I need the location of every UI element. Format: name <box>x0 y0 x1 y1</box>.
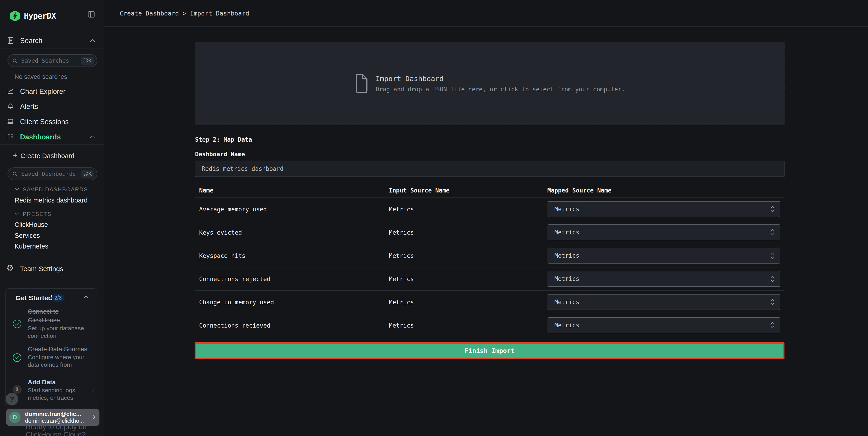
check-circle-icon <box>12 353 22 363</box>
step-title: Connect to ClickHouse <box>28 307 87 325</box>
search-icon <box>12 58 18 64</box>
mapped-source-select[interactable]: Metrics <box>548 294 780 310</box>
row-name: Connections recieved <box>199 322 270 329</box>
help-button[interactable]: ? <box>6 393 18 405</box>
saved-searches-placeholder: Saved Searches <box>21 57 81 64</box>
select-value: Metrics <box>554 229 770 236</box>
create-dashboard-button[interactable]: Create Dashboard <box>21 152 74 160</box>
select-value: Metrics <box>554 252 770 259</box>
hyperdx-logo-icon <box>9 10 21 23</box>
no-saved-searches-note: No saved searches <box>14 74 67 80</box>
get-started-step-sources[interactable]: Create Data Sources Configure where your… <box>28 345 90 369</box>
chevron-right-icon <box>92 414 96 421</box>
select-caret-icon <box>770 275 775 283</box>
file-icon <box>354 74 368 93</box>
finish-import-button[interactable]: Finish Import <box>194 342 784 359</box>
check-circle-icon <box>12 319 22 329</box>
mapped-source-select[interactable]: Metrics <box>548 317 780 333</box>
client-sessions-icon <box>7 118 14 126</box>
sidebar-item-client-sessions[interactable]: Client Sessions <box>20 118 69 126</box>
row-name: Keys evicted <box>199 229 242 236</box>
map-table-rows: Average memory usedMetricsMetricsKeys ev… <box>194 198 784 337</box>
select-value: Metrics <box>554 299 770 306</box>
get-started-step-connect[interactable]: Connect to ClickHouse Set up your databa… <box>28 307 87 340</box>
select-caret-icon <box>770 205 775 213</box>
saved-dashboards-input[interactable]: Saved Dashboards ⌘K <box>7 168 97 180</box>
sidebar-item-redis-dashboard[interactable]: Redis metrics dashboard <box>14 197 88 204</box>
get-started-step-add-data[interactable]: Add Data Start sending logs, metrics, or… <box>28 378 83 402</box>
mapped-source-select[interactable]: Metrics <box>548 201 780 217</box>
table-row: Connections recievedMetricsMetrics <box>194 314 784 337</box>
collapse-sidebar-button[interactable] <box>87 10 95 19</box>
sidebar-item-search[interactable]: Search <box>20 37 42 45</box>
select-caret-icon <box>770 252 775 259</box>
chevron-up-icon[interactable] <box>89 39 95 43</box>
search-icon <box>12 171 18 177</box>
table-row: Average memory usedMetricsMetrics <box>194 198 784 221</box>
user-email: dominic.tran@clickho... <box>25 417 92 424</box>
top-bar: Create Dashboard > Import Dashboard <box>104 0 868 27</box>
saved-dashboards-group-label[interactable]: SAVED DASHBOARDS <box>23 186 88 193</box>
sidebar-item-services[interactable]: Services <box>14 232 40 239</box>
shortcut-badge: ⌘K <box>81 170 94 178</box>
sidebar-item-team-settings[interactable]: Team Settings <box>20 265 63 273</box>
gear-icon: ⚙ <box>6 264 14 272</box>
help-label: ? <box>10 395 14 403</box>
sidebar-item-alerts[interactable]: Alerts <box>20 103 38 111</box>
user-name: dominic.tran@clic... <box>25 410 92 417</box>
row-input-source: Metrics <box>389 275 414 283</box>
get-started-card: Get Started 2/3 Connect to ClickHouse Se… <box>5 288 97 408</box>
step-desc: Start sending logs, metrics, or traces <box>28 386 83 402</box>
alerts-icon <box>7 103 14 111</box>
import-dropzone[interactable]: Import Dashboard Drag and drop a JSON fi… <box>195 42 784 125</box>
dashboard-name-label: Dashboard Name <box>195 151 245 157</box>
step-label: Step 2: Map Data <box>195 136 252 143</box>
step-title: Add Data <box>28 378 83 386</box>
chart-explorer-icon <box>7 87 14 96</box>
mapped-source-select[interactable]: Metrics <box>548 271 780 287</box>
sidebar-item-clickhouse[interactable]: ClickHouse <box>14 221 48 229</box>
table-row: Change in memory usedMetricsMetrics <box>194 291 784 314</box>
sidebar-item-chart-explorer[interactable]: Chart Explorer <box>20 87 66 96</box>
select-value: Metrics <box>554 206 770 212</box>
brand-title: HyperDX <box>24 11 56 21</box>
saved-searches-input[interactable]: Saved Searches ⌘K <box>7 54 97 67</box>
select-value: Metrics <box>554 275 770 282</box>
step-count-badge: 3 <box>12 385 22 394</box>
sidebar: HyperDX Search <box>0 0 104 436</box>
arrow-right-icon: → <box>87 385 94 394</box>
get-started-progress-badge: 2/3 <box>52 294 65 301</box>
get-started-title: Get Started <box>16 294 52 302</box>
map-table-header: Name Input Source Name Mapped Source Nam… <box>194 183 784 198</box>
app-root: HyperDX Search <box>0 0 868 436</box>
sidebar-item-dashboards[interactable]: Dashboards <box>20 133 61 141</box>
breadcrumb[interactable]: Create Dashboard > Import Dashboard <box>120 0 249 27</box>
chevron-up-icon[interactable] <box>83 295 89 299</box>
sidebar-item-kubernetes[interactable]: Kubernetes <box>14 242 48 250</box>
chevron-down-icon[interactable] <box>14 187 19 191</box>
saved-dashboards-placeholder: Saved Dashboards <box>21 171 81 177</box>
dashboard-name-input[interactable] <box>195 161 784 177</box>
finish-import-label: Finish Import <box>465 347 514 355</box>
mapped-source-select[interactable]: Metrics <box>548 224 780 240</box>
dropzone-subtitle: Drag and drop a JSON file here, or click… <box>376 86 625 93</box>
table-row: Keyspace hitsMetricsMetrics <box>194 244 784 267</box>
row-input-source: Metrics <box>389 206 414 213</box>
row-name: Keyspace hits <box>199 253 246 259</box>
row-name: Change in memory used <box>199 299 274 306</box>
row-input-source: Metrics <box>389 322 414 329</box>
cloud-promo-line2: ClickHouse Cloud? <box>26 431 86 436</box>
divider <box>0 49 104 49</box>
select-value: Metrics <box>554 322 770 329</box>
chevron-down-icon[interactable] <box>14 212 19 216</box>
user-menu[interactable]: D dominic.tran@clic... dominic.tran@clic… <box>6 409 99 426</box>
presets-group-label[interactable]: PRESETS <box>23 211 52 217</box>
dashboards-icon <box>7 133 14 141</box>
search-section-icon <box>7 37 14 45</box>
step-desc: Configure where your data comes from <box>28 353 90 369</box>
row-input-source: Metrics <box>389 229 414 236</box>
chevron-up-icon[interactable] <box>89 135 95 140</box>
mapped-source-select[interactable]: Metrics <box>548 248 780 264</box>
row-name: Connections rejected <box>199 275 270 283</box>
select-caret-icon <box>770 229 775 236</box>
